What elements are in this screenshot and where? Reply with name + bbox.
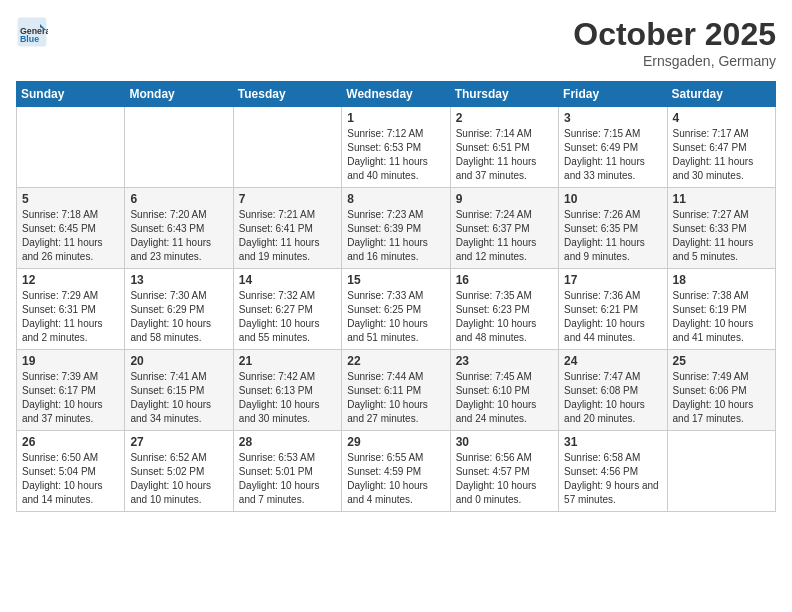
calendar-cell: 15Sunrise: 7:33 AM Sunset: 6:25 PM Dayli… xyxy=(342,269,450,350)
calendar-cell: 4Sunrise: 7:17 AM Sunset: 6:47 PM Daylig… xyxy=(667,107,775,188)
day-info: Sunrise: 7:35 AM Sunset: 6:23 PM Dayligh… xyxy=(456,289,553,345)
calendar-cell: 27Sunrise: 6:52 AM Sunset: 5:02 PM Dayli… xyxy=(125,431,233,512)
calendar-cell: 1Sunrise: 7:12 AM Sunset: 6:53 PM Daylig… xyxy=(342,107,450,188)
day-number: 2 xyxy=(456,111,553,125)
weekday-header-friday: Friday xyxy=(559,82,667,107)
calendar-cell: 5Sunrise: 7:18 AM Sunset: 6:45 PM Daylig… xyxy=(17,188,125,269)
day-number: 22 xyxy=(347,354,444,368)
calendar-cell: 19Sunrise: 7:39 AM Sunset: 6:17 PM Dayli… xyxy=(17,350,125,431)
day-number: 10 xyxy=(564,192,661,206)
day-number: 25 xyxy=(673,354,770,368)
day-info: Sunrise: 6:52 AM Sunset: 5:02 PM Dayligh… xyxy=(130,451,227,507)
day-info: Sunrise: 7:15 AM Sunset: 6:49 PM Dayligh… xyxy=(564,127,661,183)
week-row-3: 12Sunrise: 7:29 AM Sunset: 6:31 PM Dayli… xyxy=(17,269,776,350)
day-number: 31 xyxy=(564,435,661,449)
day-number: 8 xyxy=(347,192,444,206)
day-info: Sunrise: 7:42 AM Sunset: 6:13 PM Dayligh… xyxy=(239,370,336,426)
calendar-cell: 2Sunrise: 7:14 AM Sunset: 6:51 PM Daylig… xyxy=(450,107,558,188)
calendar-cell: 22Sunrise: 7:44 AM Sunset: 6:11 PM Dayli… xyxy=(342,350,450,431)
month-title: October 2025 xyxy=(573,16,776,53)
calendar-cell: 17Sunrise: 7:36 AM Sunset: 6:21 PM Dayli… xyxy=(559,269,667,350)
calendar-cell: 26Sunrise: 6:50 AM Sunset: 5:04 PM Dayli… xyxy=(17,431,125,512)
weekday-header-tuesday: Tuesday xyxy=(233,82,341,107)
day-info: Sunrise: 6:53 AM Sunset: 5:01 PM Dayligh… xyxy=(239,451,336,507)
day-info: Sunrise: 7:21 AM Sunset: 6:41 PM Dayligh… xyxy=(239,208,336,264)
calendar-cell: 6Sunrise: 7:20 AM Sunset: 6:43 PM Daylig… xyxy=(125,188,233,269)
day-info: Sunrise: 7:24 AM Sunset: 6:37 PM Dayligh… xyxy=(456,208,553,264)
weekday-header-wednesday: Wednesday xyxy=(342,82,450,107)
day-number: 12 xyxy=(22,273,119,287)
day-info: Sunrise: 7:20 AM Sunset: 6:43 PM Dayligh… xyxy=(130,208,227,264)
calendar-cell xyxy=(17,107,125,188)
week-row-2: 5Sunrise: 7:18 AM Sunset: 6:45 PM Daylig… xyxy=(17,188,776,269)
calendar-cell: 14Sunrise: 7:32 AM Sunset: 6:27 PM Dayli… xyxy=(233,269,341,350)
day-info: Sunrise: 7:30 AM Sunset: 6:29 PM Dayligh… xyxy=(130,289,227,345)
day-number: 19 xyxy=(22,354,119,368)
day-number: 7 xyxy=(239,192,336,206)
day-info: Sunrise: 7:29 AM Sunset: 6:31 PM Dayligh… xyxy=(22,289,119,345)
svg-text:Blue: Blue xyxy=(20,34,39,44)
calendar-cell xyxy=(125,107,233,188)
calendar-cell: 23Sunrise: 7:45 AM Sunset: 6:10 PM Dayli… xyxy=(450,350,558,431)
day-info: Sunrise: 7:17 AM Sunset: 6:47 PM Dayligh… xyxy=(673,127,770,183)
title-block: October 2025 Ernsgaden, Germany xyxy=(573,16,776,69)
day-number: 13 xyxy=(130,273,227,287)
day-number: 30 xyxy=(456,435,553,449)
calendar-cell: 9Sunrise: 7:24 AM Sunset: 6:37 PM Daylig… xyxy=(450,188,558,269)
day-info: Sunrise: 7:47 AM Sunset: 6:08 PM Dayligh… xyxy=(564,370,661,426)
day-number: 29 xyxy=(347,435,444,449)
calendar-cell: 18Sunrise: 7:38 AM Sunset: 6:19 PM Dayli… xyxy=(667,269,775,350)
week-row-4: 19Sunrise: 7:39 AM Sunset: 6:17 PM Dayli… xyxy=(17,350,776,431)
logo-icon: General Blue xyxy=(16,16,48,48)
week-row-5: 26Sunrise: 6:50 AM Sunset: 5:04 PM Dayli… xyxy=(17,431,776,512)
day-info: Sunrise: 6:58 AM Sunset: 4:56 PM Dayligh… xyxy=(564,451,661,507)
day-info: Sunrise: 7:38 AM Sunset: 6:19 PM Dayligh… xyxy=(673,289,770,345)
day-info: Sunrise: 7:14 AM Sunset: 6:51 PM Dayligh… xyxy=(456,127,553,183)
day-number: 6 xyxy=(130,192,227,206)
day-number: 11 xyxy=(673,192,770,206)
calendar-cell: 30Sunrise: 6:56 AM Sunset: 4:57 PM Dayli… xyxy=(450,431,558,512)
day-info: Sunrise: 7:45 AM Sunset: 6:10 PM Dayligh… xyxy=(456,370,553,426)
calendar-cell: 7Sunrise: 7:21 AM Sunset: 6:41 PM Daylig… xyxy=(233,188,341,269)
calendar-cell: 21Sunrise: 7:42 AM Sunset: 6:13 PM Dayli… xyxy=(233,350,341,431)
calendar-cell: 12Sunrise: 7:29 AM Sunset: 6:31 PM Dayli… xyxy=(17,269,125,350)
day-info: Sunrise: 7:39 AM Sunset: 6:17 PM Dayligh… xyxy=(22,370,119,426)
day-number: 23 xyxy=(456,354,553,368)
day-info: Sunrise: 7:36 AM Sunset: 6:21 PM Dayligh… xyxy=(564,289,661,345)
day-number: 1 xyxy=(347,111,444,125)
calendar-cell: 10Sunrise: 7:26 AM Sunset: 6:35 PM Dayli… xyxy=(559,188,667,269)
day-number: 9 xyxy=(456,192,553,206)
calendar-cell xyxy=(233,107,341,188)
day-number: 24 xyxy=(564,354,661,368)
week-row-1: 1Sunrise: 7:12 AM Sunset: 6:53 PM Daylig… xyxy=(17,107,776,188)
day-number: 20 xyxy=(130,354,227,368)
day-number: 26 xyxy=(22,435,119,449)
calendar-cell: 28Sunrise: 6:53 AM Sunset: 5:01 PM Dayli… xyxy=(233,431,341,512)
weekday-header-row: SundayMondayTuesdayWednesdayThursdayFrid… xyxy=(17,82,776,107)
location: Ernsgaden, Germany xyxy=(573,53,776,69)
calendar-cell: 25Sunrise: 7:49 AM Sunset: 6:06 PM Dayli… xyxy=(667,350,775,431)
calendar-cell: 13Sunrise: 7:30 AM Sunset: 6:29 PM Dayli… xyxy=(125,269,233,350)
calendar-cell: 11Sunrise: 7:27 AM Sunset: 6:33 PM Dayli… xyxy=(667,188,775,269)
day-number: 14 xyxy=(239,273,336,287)
calendar-cell: 29Sunrise: 6:55 AM Sunset: 4:59 PM Dayli… xyxy=(342,431,450,512)
day-number: 16 xyxy=(456,273,553,287)
day-info: Sunrise: 7:33 AM Sunset: 6:25 PM Dayligh… xyxy=(347,289,444,345)
calendar-cell: 8Sunrise: 7:23 AM Sunset: 6:39 PM Daylig… xyxy=(342,188,450,269)
day-info: Sunrise: 7:12 AM Sunset: 6:53 PM Dayligh… xyxy=(347,127,444,183)
calendar-cell: 3Sunrise: 7:15 AM Sunset: 6:49 PM Daylig… xyxy=(559,107,667,188)
day-info: Sunrise: 6:50 AM Sunset: 5:04 PM Dayligh… xyxy=(22,451,119,507)
day-info: Sunrise: 7:44 AM Sunset: 6:11 PM Dayligh… xyxy=(347,370,444,426)
calendar-cell: 24Sunrise: 7:47 AM Sunset: 6:08 PM Dayli… xyxy=(559,350,667,431)
day-number: 21 xyxy=(239,354,336,368)
day-info: Sunrise: 6:56 AM Sunset: 4:57 PM Dayligh… xyxy=(456,451,553,507)
day-info: Sunrise: 7:26 AM Sunset: 6:35 PM Dayligh… xyxy=(564,208,661,264)
weekday-header-monday: Monday xyxy=(125,82,233,107)
day-number: 17 xyxy=(564,273,661,287)
day-number: 27 xyxy=(130,435,227,449)
calendar-cell: 31Sunrise: 6:58 AM Sunset: 4:56 PM Dayli… xyxy=(559,431,667,512)
day-number: 18 xyxy=(673,273,770,287)
day-info: Sunrise: 7:27 AM Sunset: 6:33 PM Dayligh… xyxy=(673,208,770,264)
calendar-cell xyxy=(667,431,775,512)
day-info: Sunrise: 6:55 AM Sunset: 4:59 PM Dayligh… xyxy=(347,451,444,507)
